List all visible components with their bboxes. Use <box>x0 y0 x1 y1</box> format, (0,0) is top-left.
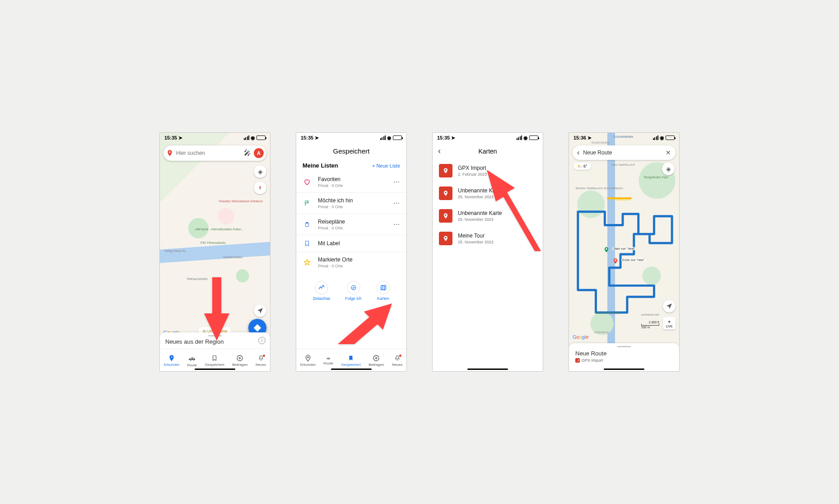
status-bar: 15:35➤ ◉ <box>296 133 406 143</box>
map-label: MARIENDORF <box>641 313 659 316</box>
back-button[interactable]: ‹ <box>577 149 579 157</box>
route-sheet-subtitle: 📍︎ GPX Import <box>575 358 673 363</box>
route-info-sheet[interactable]: Neue Route 📍︎ GPX Import <box>569 343 679 371</box>
home-indicator <box>604 369 644 370</box>
layers-button[interactable]: ◈ <box>254 165 266 178</box>
phone-2-saved-screen: 15:35➤ ◉ Gespeichert Meine Listen + Neue… <box>296 132 407 372</box>
signal-icon <box>380 135 386 140</box>
map-pin-icon <box>439 209 452 223</box>
svg-point-11 <box>606 248 607 250</box>
more-icon[interactable]: ⋯ <box>393 221 400 228</box>
action-maps[interactable]: Karten <box>377 281 390 301</box>
bottom-tab-bar: Erkunden 🚗︎Route Gespeichert Beitragen N… <box>296 349 406 371</box>
action-timeline[interactable]: Zeitachse <box>312 281 330 301</box>
compass-button[interactable] <box>254 182 266 194</box>
phone-4-route-view-screen: Start von "new" Ende von "new" Columbiah… <box>569 132 680 372</box>
svg-point-12 <box>615 260 616 261</box>
tab-saved[interactable]: Gespeichert <box>205 355 224 367</box>
tab-contribute[interactable]: Beitragen <box>232 355 247 367</box>
tab-contribute[interactable]: Beitragen <box>368 355 384 367</box>
route-name[interactable]: Neue Route <box>583 149 662 156</box>
locate-me-button[interactable] <box>663 300 676 313</box>
search-placeholder: Hier suchen <box>176 150 241 156</box>
wifi-icon: ◉ <box>523 135 528 141</box>
star-icon <box>303 259 312 266</box>
map-label-church: Heilig-Kreuz-Ki... <box>164 249 188 252</box>
map-label: BEZIRK TEMPELHOF-SCHÖNEBERG <box>576 187 623 190</box>
status-bar: 15:35➤ ◉ <box>433 133 543 143</box>
list-row-starred[interactable]: Markierte OrtePrivat · 0 Orte <box>296 252 406 273</box>
info-icon[interactable]: i <box>258 337 266 344</box>
map-pin-icon <box>439 232 452 245</box>
car-icon: 🚗︎ <box>189 355 196 362</box>
home-indicator <box>467 369 508 370</box>
svg-point-9 <box>445 215 447 216</box>
annotation-arrow <box>203 277 230 342</box>
list-row-favorites[interactable]: FavoritenPrivat · 0 Orte ⋯ <box>296 172 406 193</box>
location-icon: ➤ <box>451 135 455 141</box>
battery-icon <box>666 135 675 140</box>
follow-icon <box>347 281 360 294</box>
location-icon: ➤ <box>178 135 182 141</box>
locate-me-button[interactable] <box>254 304 266 317</box>
status-bar: 15:36➤ ◉ <box>569 133 679 143</box>
action-buttons: Zeitachse Folge ich Karten <box>296 273 406 304</box>
plus-circle-icon <box>373 355 380 362</box>
bookmark-icon <box>348 355 354 362</box>
wifi-icon: ◉ <box>387 135 392 141</box>
wifi-icon: ◉ <box>660 135 664 141</box>
pin-icon <box>304 355 312 362</box>
microphone-icon[interactable]: 🎤︎ <box>244 149 251 157</box>
svg-point-1 <box>171 357 172 358</box>
more-icon[interactable]: ⋯ <box>393 200 400 207</box>
tab-explore[interactable]: Erkunden <box>300 355 316 367</box>
signal-icon <box>653 135 659 140</box>
tab-route[interactable]: 🚗︎ Route <box>187 355 197 367</box>
list-row-travel-plans[interactable]: ReiseplänePrivat · 0 Orte ⋯ <box>296 214 406 235</box>
svg-point-5 <box>308 357 309 358</box>
tab-updates[interactable]: Neues <box>392 355 402 367</box>
end-marker-label: Ende von "new" <box>621 258 645 261</box>
new-list-button[interactable]: + Neue Liste <box>372 163 400 168</box>
svg-point-10 <box>445 237 447 239</box>
tab-updates[interactable]: Neues <box>256 355 266 367</box>
tiny-pin-icon: 📍︎ <box>575 358 580 363</box>
list-row-labeled[interactable]: Mit Label <box>296 235 406 252</box>
tab-explore[interactable]: Erkunden <box>164 355 179 367</box>
map-label-culture: ufaFabrik - Internationales Kultur... <box>195 228 243 231</box>
live-view-button[interactable]: ⌖LIVE <box>663 317 676 330</box>
layers-button[interactable]: ◈ <box>662 163 675 175</box>
route-sheet-title: Neue Route <box>575 350 673 357</box>
more-icon[interactable]: ⋯ <box>393 178 400 186</box>
start-marker-icon <box>603 246 610 254</box>
weather-icon: ⛅ <box>577 164 582 168</box>
sheet-handle[interactable] <box>617 346 631 347</box>
signal-icon <box>244 135 250 140</box>
profile-avatar[interactable]: A <box>254 148 264 158</box>
phone-3-maps-list-screen: 15:35➤ ◉ ‹ Karten GPX Import2. Februar 2… <box>432 132 543 372</box>
section-header: Meine Listen + Neue Liste <box>296 159 406 172</box>
location-icon: ➤ <box>587 135 592 141</box>
map-scale: 2.000 ft 500 m <box>641 321 659 329</box>
map-label: TEMPELHOF <box>614 198 631 201</box>
map-label: NEU-TEMPELHOF <box>612 163 635 166</box>
flag-icon <box>303 200 312 207</box>
plus-circle-icon <box>236 355 243 362</box>
google-maps-icon <box>166 149 173 157</box>
wifi-icon: ◉ <box>251 135 255 141</box>
status-time: 15:35 <box>164 135 177 140</box>
tab-saved[interactable]: Gespeichert <box>341 355 361 367</box>
bookmark-icon <box>211 355 218 362</box>
search-bar[interactable]: Hier suchen 🎤︎ A <box>163 145 266 161</box>
map-pin-icon <box>439 187 452 200</box>
home-indicator <box>195 369 235 370</box>
weather-chip[interactable]: ⛅6° <box>573 163 591 170</box>
action-following[interactable]: Folge ich <box>345 281 362 301</box>
tab-route[interactable]: 🚗︎Route <box>324 356 333 365</box>
close-button[interactable]: ✕ <box>666 149 671 156</box>
end-marker-icon <box>612 257 619 265</box>
home-indicator <box>331 369 372 370</box>
map-label-street: Ullsteinstraße <box>223 256 242 259</box>
list-row-want-to-go[interactable]: Möchte ich hinPrivat · 0 Orte ⋯ <box>296 193 406 214</box>
svg-point-0 <box>169 151 170 153</box>
